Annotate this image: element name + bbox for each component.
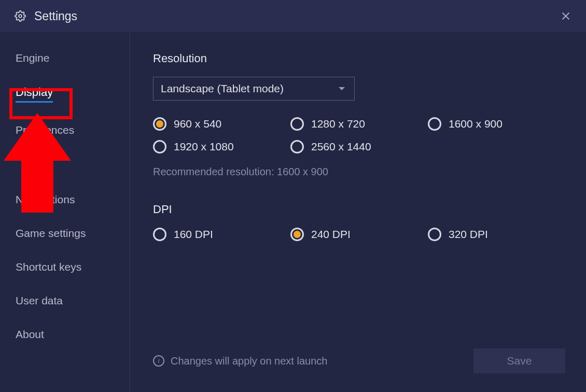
header: Settings: [0, 0, 586, 32]
radio-label: 2560 x 1440: [311, 141, 371, 153]
radio-resolution-960x540[interactable]: 960 x 540: [153, 117, 290, 131]
radio-label: 1280 x 720: [311, 118, 365, 130]
radio-resolution-1280x720[interactable]: 1280 x 720: [290, 117, 428, 131]
dpi-section: DPI 160 DPI 240 DPI 320 DPI: [153, 203, 565, 241]
resolution-mode-dropdown[interactable]: Landscape (Tablet mode): [153, 77, 355, 101]
radio-icon: [428, 117, 441, 131]
footer-row: i Changes will apply on next launch Save: [153, 348, 565, 373]
sidebar-item-user-data[interactable]: User data: [16, 295, 63, 307]
radio-dpi-320[interactable]: 320 DPI: [428, 228, 565, 241]
radio-label: 160 DPI: [174, 228, 213, 241]
radio-icon: [153, 140, 166, 153]
sidebar-item-notifications[interactable]: Notifications: [16, 193, 75, 206]
gear-icon: [15, 10, 26, 22]
radio-icon: [290, 117, 304, 131]
radio-dpi-160[interactable]: 160 DPI: [153, 228, 290, 241]
radio-icon: [153, 117, 166, 131]
sidebar-item-engine[interactable]: Engine: [16, 52, 49, 64]
recommended-resolution-text: Recommended resolution: 1600 x 900: [153, 166, 565, 178]
resolution-radio-grid: 960 x 540 1280 x 720 1600 x 900 1920 x 1…: [153, 117, 565, 153]
active-underline: [16, 101, 53, 103]
close-icon[interactable]: [560, 10, 571, 22]
resolution-title: Resolution: [153, 52, 565, 65]
sidebar-item-preferences[interactable]: Preferences: [16, 124, 74, 136]
radio-resolution-1920x1080[interactable]: 1920 x 1080: [153, 140, 290, 153]
radio-icon: [153, 228, 166, 241]
info-left: i Changes will apply on next launch: [153, 355, 327, 367]
sidebar-item-label: Display: [16, 86, 53, 99]
radio-label: 1920 x 1080: [174, 141, 234, 153]
dpi-title: DPI: [153, 203, 565, 216]
save-button[interactable]: Save: [473, 348, 565, 373]
radio-dpi-240[interactable]: 240 DPI: [290, 228, 428, 241]
sidebar-item-shortcut-keys[interactable]: Shortcut keys: [16, 261, 81, 273]
radio-label: 1600 x 900: [449, 118, 503, 130]
radio-label: 320 DPI: [449, 228, 488, 241]
dpi-radio-grid: 160 DPI 240 DPI 320 DPI: [153, 228, 565, 241]
header-left: Settings: [15, 9, 77, 23]
sidebar: Engine Display Preferences Notifications…: [0, 32, 130, 392]
info-icon: i: [153, 355, 164, 367]
radio-icon: [290, 140, 304, 153]
content: Resolution Landscape (Tablet mode) 960 x…: [130, 32, 586, 392]
svg-point-0: [19, 15, 22, 18]
radio-resolution-1600x900[interactable]: 1600 x 900: [428, 117, 565, 131]
radio-label: 240 DPI: [311, 228, 351, 241]
radio-resolution-2560x1440[interactable]: 2560 x 1440: [290, 140, 428, 153]
sidebar-item-display[interactable]: Display: [16, 86, 53, 103]
dropdown-value: Landscape (Tablet mode): [161, 82, 284, 95]
chevron-down-icon: [339, 87, 345, 90]
info-text: Changes will apply on next launch: [171, 355, 327, 367]
radio-icon: [428, 228, 441, 241]
page-title: Settings: [34, 9, 77, 23]
radio-label: 960 x 540: [174, 118, 221, 130]
sidebar-item-about[interactable]: About: [16, 328, 44, 341]
radio-icon: [290, 228, 304, 241]
body-area: Engine Display Preferences Notifications…: [0, 32, 586, 392]
sidebar-item-game-settings[interactable]: Game settings: [16, 227, 86, 240]
